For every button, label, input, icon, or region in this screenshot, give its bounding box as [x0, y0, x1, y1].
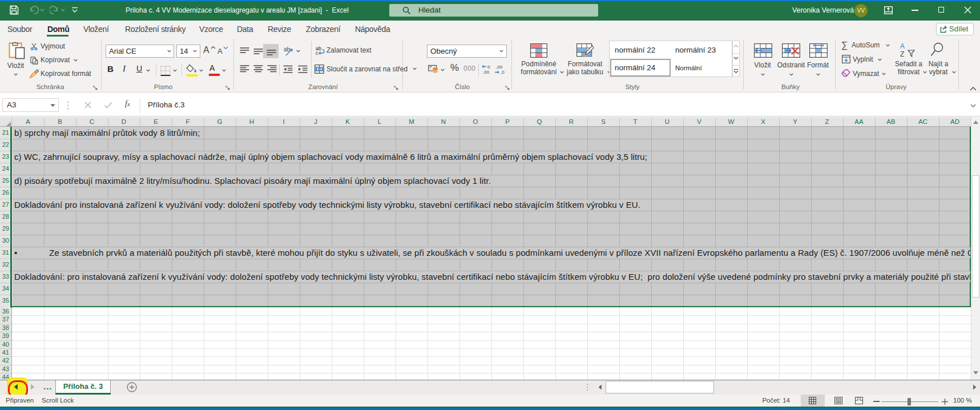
svg-text:,00: ,00: [483, 70, 490, 75]
svg-text:A: A: [900, 42, 905, 50]
svg-text:0: 0: [487, 65, 490, 70]
svg-text:Z: Z: [900, 50, 904, 58]
svg-text:c: c: [316, 50, 318, 55]
